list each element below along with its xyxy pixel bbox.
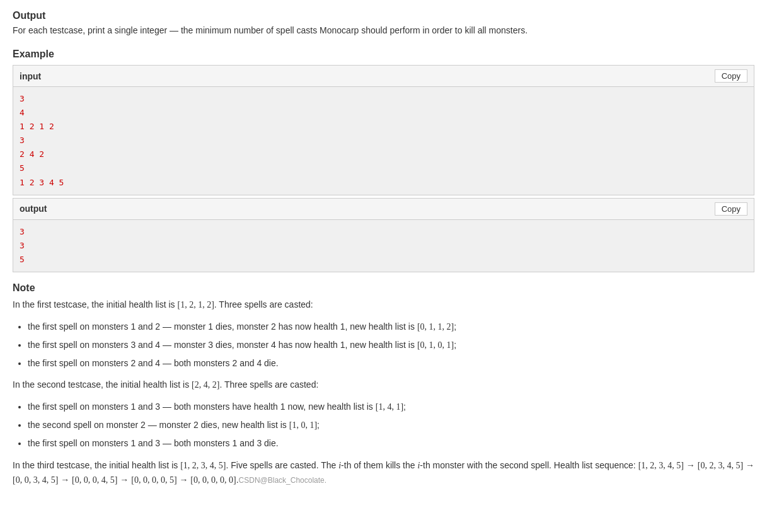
output-block-header: output Copy <box>13 199 754 220</box>
note-paragraph1: In the first testcase, the initial healt… <box>13 298 754 313</box>
note-title: Note <box>13 282 754 294</box>
note-section: Note In the first testcase, the initial … <box>13 282 754 488</box>
note-list-1: the first spell on monsters 1 and 2 — mo… <box>28 319 754 372</box>
input-line-6: 5 <box>20 161 747 175</box>
note-list-1-item-1: the first spell on monsters 1 and 2 — mo… <box>28 319 754 335</box>
output-block: output Copy 3 3 5 <box>13 198 754 272</box>
input-body: 3 4 1 2 1 2 3 2 4 2 5 1 2 3 4 5 <box>13 87 754 195</box>
example-title: Example <box>13 49 754 60</box>
note-paragraph3: In the third testcase, the initial healt… <box>13 458 754 489</box>
note-list-2: the first spell on monsters 1 and 3 — bo… <box>28 399 754 452</box>
input-line-3: 1 2 1 2 <box>20 120 747 134</box>
input-copy-button[interactable]: Copy <box>715 69 747 83</box>
input-label: input <box>20 71 41 81</box>
output-line-2: 3 <box>20 239 747 253</box>
note-list-1-item-2: the first spell on monsters 3 and 4 — mo… <box>28 337 754 353</box>
note-list-2-item-3: the first spell on monsters 1 and 3 — bo… <box>28 436 754 451</box>
input-block: input Copy 3 4 1 2 1 2 3 2 4 2 5 1 2 3 4… <box>13 65 754 195</box>
output-copy-button[interactable]: Copy <box>715 202 747 216</box>
note-paragraph2: In the second testcase, the initial heal… <box>13 378 754 393</box>
output-description: For each testcase, print a single intege… <box>13 24 754 37</box>
input-block-header: input Copy <box>13 66 754 87</box>
note-list-2-item-2: the second spell on monster 2 — monster … <box>28 417 754 433</box>
watermark: CSDN@Black_Chocolate. <box>239 476 327 485</box>
output-line-3: 5 <box>20 253 747 267</box>
output-title: Output <box>13 10 754 21</box>
input-line-7: 1 2 3 4 5 <box>20 176 747 190</box>
input-line-4: 3 <box>20 134 747 147</box>
output-label: output <box>20 204 47 214</box>
input-line-2: 4 <box>20 106 747 120</box>
input-line-5: 2 4 2 <box>20 147 747 161</box>
note-list-2-item-1: the first spell on monsters 1 and 3 — bo… <box>28 399 754 415</box>
output-line-1: 3 <box>20 225 747 239</box>
output-body: 3 3 5 <box>13 220 754 272</box>
note-list-1-item-3: the first spell on monsters 2 and 4 — bo… <box>28 356 754 371</box>
input-line-1: 3 <box>20 92 747 106</box>
